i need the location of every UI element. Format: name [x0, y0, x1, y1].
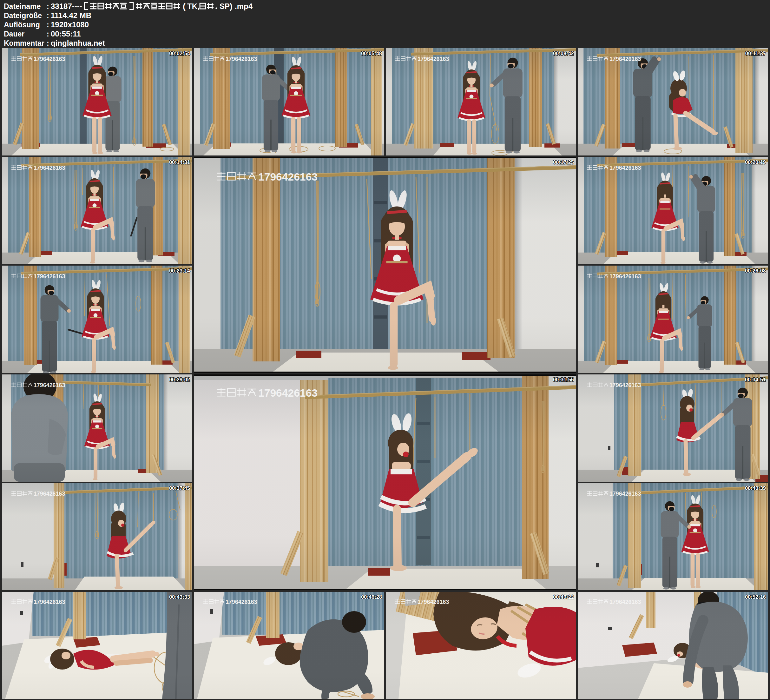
- svg-text:1796426163: 1796426163: [34, 491, 65, 497]
- svg-text:00:29:02: 00:29:02: [169, 377, 190, 382]
- svg-text:Dateiname: Dateiname: [4, 2, 40, 10]
- svg-text:00:49:22: 00:49:22: [553, 594, 574, 600]
- svg-text:(: (: [183, 2, 186, 11]
- svg-text::: :: [47, 21, 49, 29]
- svg-text:1114.42 MB: 1114.42 MB: [51, 11, 91, 19]
- svg-text:Dauer: Dauer: [4, 30, 24, 38]
- svg-text:00:52:16: 00:52:16: [745, 594, 766, 600]
- svg-text:00:17:25: 00:17:25: [553, 159, 574, 165]
- svg-text::: :: [47, 11, 49, 19]
- svg-text:1796426163: 1796426163: [226, 56, 257, 62]
- svg-text:Auflösung: Auflösung: [4, 21, 40, 29]
- svg-text:00:55:11: 00:55:11: [51, 29, 81, 38]
- svg-text:1796426163: 1796426163: [258, 171, 317, 183]
- svg-text:00:37:45: 00:37:45: [169, 485, 190, 491]
- svg-text:TK,: TK,: [187, 2, 199, 10]
- svg-text:00:08:42: 00:08:42: [553, 50, 574, 56]
- svg-text:1796426163: 1796426163: [610, 273, 641, 280]
- svg-text:qinglanhua.net: qinglanhua.net: [51, 39, 105, 47]
- svg-text:00:05:48: 00:05:48: [361, 50, 382, 56]
- svg-text:00:46:28: 00:46:28: [361, 594, 382, 600]
- svg-text:00:40:39: 00:40:39: [745, 485, 766, 491]
- svg-text:00:26:08: 00:26:08: [745, 268, 766, 274]
- svg-text:1796426163: 1796426163: [258, 387, 317, 399]
- svg-text:00:23:14: 00:23:14: [169, 268, 190, 274]
- svg-text:1796426163: 1796426163: [610, 599, 641, 605]
- svg-text:00:02:54: 00:02:54: [169, 50, 190, 56]
- svg-text:00:20:19: 00:20:19: [745, 159, 766, 165]
- svg-text:33187----: 33187----: [51, 2, 82, 10]
- svg-text:00:14:31: 00:14:31: [169, 159, 190, 165]
- svg-text:1796426163: 1796426163: [610, 382, 641, 388]
- svg-text:00:31:56: 00:31:56: [553, 377, 574, 382]
- svg-text:00:11:37: 00:11:37: [745, 50, 766, 56]
- svg-text:00:43:33: 00:43:33: [169, 594, 190, 600]
- svg-text:1796426163: 1796426163: [226, 599, 257, 605]
- svg-text:1796426163: 1796426163: [610, 491, 641, 497]
- svg-text::: :: [47, 30, 49, 38]
- svg-text:Dateigröße: Dateigröße: [4, 11, 42, 19]
- svg-text:1796426163: 1796426163: [417, 56, 449, 62]
- svg-text:SP: SP: [220, 2, 230, 10]
- svg-text:): ): [230, 2, 233, 11]
- svg-text:1920x1080: 1920x1080: [51, 20, 89, 29]
- svg-text::: :: [47, 39, 49, 47]
- svg-text:1796426163: 1796426163: [417, 599, 449, 605]
- svg-text::: :: [47, 2, 49, 10]
- svg-text:1796426163: 1796426163: [34, 599, 65, 605]
- svg-text:1796426163: 1796426163: [610, 56, 641, 62]
- svg-text:Kommentar: Kommentar: [4, 39, 44, 47]
- svg-text:.mp4: .mp4: [235, 2, 253, 10]
- svg-text:1796426163: 1796426163: [34, 273, 65, 280]
- svg-text:1796426163: 1796426163: [34, 165, 65, 171]
- svg-text:1796426163: 1796426163: [610, 165, 641, 171]
- svg-text:00:34:51: 00:34:51: [745, 377, 766, 382]
- svg-text:1796426163: 1796426163: [34, 382, 65, 388]
- svg-text:1796426163: 1796426163: [34, 56, 65, 62]
